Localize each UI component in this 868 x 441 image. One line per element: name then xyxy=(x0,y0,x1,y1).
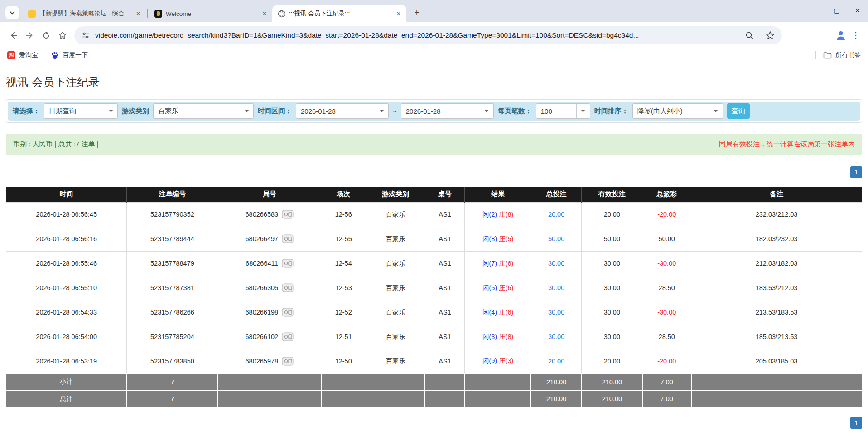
cell-round: 680266411 xyxy=(218,251,321,276)
profile-button[interactable] xyxy=(833,27,849,44)
tab-forum[interactable]: 【新提醒】海燕策略论坛 - 综合 ✕ xyxy=(23,5,146,22)
url-text[interactable]: videoie.com/game/betrecord_search/kind3?… xyxy=(95,31,733,39)
date-start-value: 2026-01-28 xyxy=(296,107,375,115)
table-row: 2026-01-28 06:56:16523157789444680266497… xyxy=(6,227,862,251)
cell-round: 680266583 xyxy=(218,202,321,227)
column-header: 场次 xyxy=(321,187,366,202)
cell-session: 12-55 xyxy=(321,227,366,251)
replay-icon xyxy=(282,283,294,292)
new-tab-button[interactable]: + xyxy=(410,6,424,19)
summary-notice: 同局有效投注，统一计算在该局第一张注单内 xyxy=(719,140,855,149)
total-bet-link[interactable]: 30.00 xyxy=(548,309,564,316)
replay-button[interactable] xyxy=(282,259,294,268)
welcome-favicon-icon xyxy=(154,10,162,18)
round-number: 680266305 xyxy=(246,284,279,291)
cell-game: 百家乐 xyxy=(366,227,425,251)
home-button[interactable] xyxy=(54,27,71,44)
cell-payout: 28.50 xyxy=(642,325,691,349)
bookmark-taobao[interactable]: 淘 爱淘宝 xyxy=(7,51,38,59)
cell-time: 2026-01-28 06:55:10 xyxy=(6,276,127,300)
replay-icon xyxy=(282,210,294,219)
page-title: 视讯 会员下注纪录 xyxy=(6,75,862,90)
payout-value: 28.50 xyxy=(659,284,675,291)
close-tab-icon[interactable]: ✕ xyxy=(395,10,403,18)
total-bet-link[interactable]: 30.00 xyxy=(548,333,564,340)
replay-button[interactable] xyxy=(282,332,294,341)
replay-button[interactable] xyxy=(282,234,294,243)
cell-total-bet: 20.00 xyxy=(531,202,581,227)
cell-valid-bet: 30.00 xyxy=(582,325,642,349)
zoom-indicator[interactable] xyxy=(745,31,754,40)
per-page-select[interactable]: 100 xyxy=(536,103,590,119)
summary-currency-count: 币别 : 人民币 | 总共 :7 注单 | xyxy=(13,140,99,149)
forum-favicon-icon xyxy=(28,10,36,18)
total-bet-link[interactable]: 30.00 xyxy=(548,284,564,291)
cell-session: 12-54 xyxy=(321,251,366,276)
page-number-button[interactable]: 1 xyxy=(850,166,862,178)
refresh-button[interactable] xyxy=(38,27,54,44)
result-banker: 庄(8) xyxy=(499,333,513,340)
total-bet-link[interactable]: 20.00 xyxy=(548,211,564,218)
minimize-button[interactable]: – xyxy=(805,0,826,21)
query-type-select[interactable]: 日期查询 xyxy=(44,103,118,119)
close-tab-icon[interactable]: ✕ xyxy=(260,10,269,18)
bookmark-baidu[interactable]: 百度一下 xyxy=(51,51,88,59)
total-bet-link[interactable]: 20.00 xyxy=(548,358,564,365)
cell-result: 闲(4) 庄(6) xyxy=(465,300,531,325)
cell-payout: -20.00 xyxy=(642,202,691,227)
cell-payout: 50.00 xyxy=(642,227,691,251)
tab-bet-records[interactable]: :::视讯 会员下注纪录::: ✕ xyxy=(272,5,406,22)
browser-toolbar: videoie.com/game/betrecord_search/kind3?… xyxy=(0,22,868,48)
close-window-button[interactable]: ✕ xyxy=(847,0,868,21)
back-button[interactable] xyxy=(5,27,22,44)
tab-title: Welcome xyxy=(166,10,257,17)
close-tab-icon[interactable]: ✕ xyxy=(134,10,142,18)
date-end-select[interactable]: 2026-01-28 xyxy=(401,103,494,119)
cell-round: 680266497 xyxy=(218,227,321,251)
date-start-select[interactable]: 2026-01-28 xyxy=(296,103,389,119)
column-header: 有效投注 xyxy=(582,187,642,202)
cell-time: 2026-01-28 06:54:33 xyxy=(6,300,127,325)
forward-button[interactable] xyxy=(22,27,38,44)
bet-records-table: 时间注单编号局号场次游戏类别桌号结果总投注有效投注总派彩备注 2026-01-2… xyxy=(6,187,862,407)
tab-welcome[interactable]: Welcome ✕ xyxy=(149,5,272,22)
bookmark-star[interactable] xyxy=(766,31,775,40)
cell-total-bet: 30.00 xyxy=(531,276,581,300)
cell-table-no: AS1 xyxy=(425,227,465,251)
all-bookmarks-button[interactable]: 所有书签 xyxy=(823,51,861,59)
site-settings-icon[interactable] xyxy=(82,31,90,39)
cell-round: 680266305 xyxy=(218,276,321,300)
cell-bet-id: 523157787381 xyxy=(127,276,218,300)
magnifier-icon xyxy=(745,31,754,40)
table-row: 2026-01-28 06:53:19523157783850680265978… xyxy=(6,349,862,373)
result-banker: 庄(6) xyxy=(499,309,513,316)
page-number-button[interactable]: 1 xyxy=(850,417,862,429)
replay-button[interactable] xyxy=(282,283,294,292)
browser-menu-button[interactable]: ⋮ xyxy=(849,30,863,40)
replay-button[interactable] xyxy=(282,210,294,219)
sort-select[interactable]: 降幂(由大到小) xyxy=(632,103,723,119)
game-kind-select[interactable]: 百家乐 xyxy=(153,103,254,119)
cell-table-no: AS1 xyxy=(425,349,465,373)
replay-button[interactable] xyxy=(282,357,294,366)
summary-payout: 7.00 xyxy=(642,373,691,390)
tab-search-button[interactable] xyxy=(5,6,19,19)
replay-icon xyxy=(282,308,294,317)
query-button[interactable]: 查询 xyxy=(727,103,750,119)
summary-total-bet: 210.00 xyxy=(531,390,581,407)
tab-title: :::视讯 会员下注纪录::: xyxy=(289,10,391,18)
total-bet-link[interactable]: 50.00 xyxy=(548,235,564,242)
cell-result: 闲(7) 庄(6) xyxy=(465,251,531,276)
cell-remark: 212.03/182.03 xyxy=(691,251,862,276)
cell-valid-bet: 30.00 xyxy=(582,251,642,276)
maximize-button[interactable]: ▢ xyxy=(826,0,847,21)
address-bar[interactable]: videoie.com/game/betrecord_search/kind3?… xyxy=(74,26,782,44)
payout-value: -30.00 xyxy=(657,309,676,316)
window-controls: – ▢ ✕ xyxy=(805,0,868,21)
replay-button[interactable] xyxy=(282,308,294,317)
total-bet-link[interactable]: 30.00 xyxy=(548,260,564,267)
cell-remark: 183.53/212.03 xyxy=(691,276,862,300)
page-content: 视讯 会员下注纪录 请选择： 日期查询 游戏类别 百家乐 时间区间： 2026-… xyxy=(0,75,868,429)
cell-table-no: AS1 xyxy=(425,276,465,300)
sort-label: 时间排序： xyxy=(594,107,628,116)
